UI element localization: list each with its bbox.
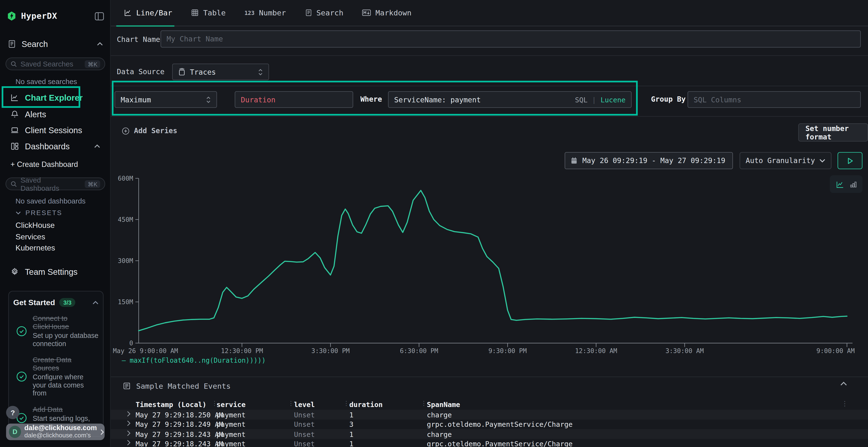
- chart-name-input[interactable]: [161, 30, 861, 47]
- sql-mode-button[interactable]: SQL: [575, 95, 588, 104]
- x-tick-label: 9:30:00 PM: [489, 347, 527, 354]
- tab-label: Markdown: [375, 8, 411, 17]
- data-source-value: Traces: [190, 68, 216, 76]
- chevron-up-icon[interactable]: [92, 301, 98, 304]
- column-header-service[interactable]: service: [217, 400, 246, 409]
- event-cell-spanname: charge: [427, 430, 452, 438]
- expand-row-icon[interactable]: [127, 440, 131, 446]
- event-cell-timestamp: May 27 9:29:18.249 AM: [135, 420, 223, 428]
- column-header-timestamp[interactable]: Timestamp (Local): [135, 400, 207, 409]
- timeseries-chart[interactable]: 0150M300M450M600MMay 26 9:00:00 AM12:30:…: [111, 171, 868, 359]
- event-cell-service: payment: [217, 430, 246, 438]
- expand-row-icon[interactable]: [127, 430, 131, 436]
- search-section-icon: [8, 39, 16, 48]
- x-tick-label: 12:30:00 PM: [221, 347, 263, 354]
- preset-item-clickhouse[interactable]: ClickHouse: [16, 220, 55, 230]
- event-cell-timestamp: May 27 9:29:18.243 AM: [135, 440, 223, 447]
- data-source-select[interactable]: Traces: [172, 64, 269, 80]
- user-email: dale@clickhouse.com: [24, 424, 97, 432]
- column-separator-icon[interactable]: ⋮: [288, 400, 294, 407]
- aggregation-value: Maximum: [121, 95, 151, 104]
- table-icon: [191, 9, 199, 16]
- collapse-panel-icon[interactable]: [840, 381, 847, 386]
- granularity-value: Auto Granularity: [746, 157, 815, 165]
- y-tick-label: 0: [129, 339, 133, 347]
- database-icon: [178, 68, 185, 76]
- help-button[interactable]: ?: [6, 406, 19, 419]
- group-by-input[interactable]: [688, 91, 861, 108]
- get-started-item-title: Add Data: [33, 406, 98, 414]
- expand-row-icon[interactable]: [127, 420, 131, 426]
- field-input[interactable]: Duration: [235, 91, 353, 108]
- tab-search[interactable]: Search: [305, 8, 343, 17]
- tab-table[interactable]: Table: [191, 8, 226, 17]
- create-dashboard-button[interactable]: + Create Dashboard: [10, 161, 78, 169]
- get-started-item[interactable]: Connect to ClickHouseSet up your databas…: [9, 310, 103, 352]
- sidebar-collapse-icon[interactable]: [95, 12, 104, 20]
- saved-dashboards-placeholder: Saved Dashboards: [21, 176, 82, 192]
- get-started-item-title: Create Data Sources: [33, 356, 98, 372]
- mode-separator: |: [592, 95, 596, 104]
- calendar-icon: [571, 157, 578, 164]
- column-separator-icon[interactable]: ⋮: [421, 400, 427, 407]
- event-row[interactable]: May 27 9:29:18.243 AMpaymentUnset1grpc.o…: [111, 439, 868, 447]
- presets-toggle[interactable]: PRESETS: [16, 209, 62, 217]
- event-cell-timestamp: May 27 9:29:18.243 AM: [135, 430, 223, 438]
- event-row[interactable]: May 27 9:29:18.243 AMpaymentUnset1charge: [111, 429, 868, 439]
- tab-line-bar[interactable]: Line/Bar: [124, 8, 172, 17]
- sidebar-item-chart-explorer[interactable]: Chart Explorer: [0, 90, 111, 105]
- event-row[interactable]: May 27 9:29:18.249 AMpaymentUnset3grpc.o…: [111, 419, 868, 429]
- saved-searches-input[interactable]: Saved Searches ⌘K: [5, 58, 105, 70]
- sample-events-title: Sample Matched Events: [136, 381, 231, 390]
- sidebar-item-dashboards[interactable]: Dashboards: [0, 139, 111, 153]
- set-number-format-button[interactable]: Set number format: [798, 123, 868, 142]
- document-list-icon: [123, 382, 131, 390]
- divider: [111, 86, 868, 86]
- check-circle-icon: [16, 325, 28, 337]
- aggregation-select[interactable]: Maximum: [115, 91, 217, 108]
- column-header-duration[interactable]: duration: [349, 400, 383, 409]
- dashboards-icon: [10, 142, 19, 150]
- tab-number[interactable]: 123 Number: [245, 8, 286, 17]
- no-saved-searches-text: No saved searches: [16, 77, 77, 85]
- table-options-icon[interactable]: ⋮: [841, 400, 848, 408]
- add-series-button[interactable]: Add Series: [122, 127, 177, 135]
- get-started-item-title: Connect to ClickHouse: [33, 314, 98, 331]
- get-started-header[interactable]: Get Started 3/3: [9, 291, 103, 310]
- sidebar-item-alerts[interactable]: Alerts: [0, 107, 111, 121]
- lucene-mode-button[interactable]: Lucene: [600, 95, 626, 104]
- preset-item-services[interactable]: Services: [16, 232, 45, 241]
- get-started-item[interactable]: Create Data SourcesConfigure where your …: [9, 352, 103, 401]
- divider: [111, 116, 868, 116]
- sidebar-item-team-settings[interactable]: Team Settings: [0, 264, 111, 279]
- date-range-value: May 26 09:29:19 - May 27 09:29:19: [582, 157, 725, 165]
- sidebar-item-client-sessions[interactable]: Client Sessions: [0, 123, 111, 137]
- column-header-spanname[interactable]: SpanName: [427, 400, 460, 409]
- y-tick-label: 450M: [118, 216, 133, 223]
- main-content: Line/Bar Table 123 Number Search: [111, 0, 868, 447]
- saved-dashboards-input[interactable]: Saved Dashboards ⌘K: [5, 177, 105, 190]
- get-started-items: Connect to ClickHouseSet up your databas…: [9, 310, 103, 435]
- preset-item-kubernetes[interactable]: Kubernetes: [16, 243, 55, 252]
- tab-markdown[interactable]: Markdown: [362, 8, 411, 17]
- column-separator-icon[interactable]: ⋮: [343, 400, 349, 407]
- where-input[interactable]: ServiceName: payment SQL | Lucene: [388, 91, 631, 108]
- avatar: D: [9, 426, 21, 438]
- chart-line-icon: [124, 9, 132, 16]
- granularity-select[interactable]: Auto Granularity: [740, 152, 831, 169]
- user-menu[interactable]: D dale@clickhouse.com dale@clickhouse.co…: [6, 424, 105, 440]
- x-tick-label: May 26 9:00:00 AM: [113, 347, 178, 354]
- date-range-input[interactable]: May 26 09:29:19 - May 27 09:29:19: [565, 152, 733, 169]
- sidebar-section-search[interactable]: Search: [0, 37, 111, 51]
- tab-label: Number: [259, 8, 286, 17]
- x-tick-label: 6:30:00 PM: [400, 347, 438, 354]
- document-list-icon: [305, 9, 312, 16]
- sidebar: HyperDX Search Saved Searches ⌘K No save…: [0, 0, 111, 447]
- sidebar-item-label: Chart Explorer: [25, 93, 83, 102]
- column-header-level[interactable]: level: [294, 400, 315, 409]
- get-started-card: Get Started 3/3 Connect to ClickHouseSet…: [8, 291, 103, 437]
- event-cell-spanname: grpc.oteldemo.PaymentService/Charge: [427, 420, 572, 428]
- event-row[interactable]: May 27 9:29:18.250 AMpaymentUnset1charge: [111, 410, 868, 419]
- run-query-button[interactable]: [838, 152, 863, 169]
- expand-row-icon[interactable]: [127, 411, 131, 417]
